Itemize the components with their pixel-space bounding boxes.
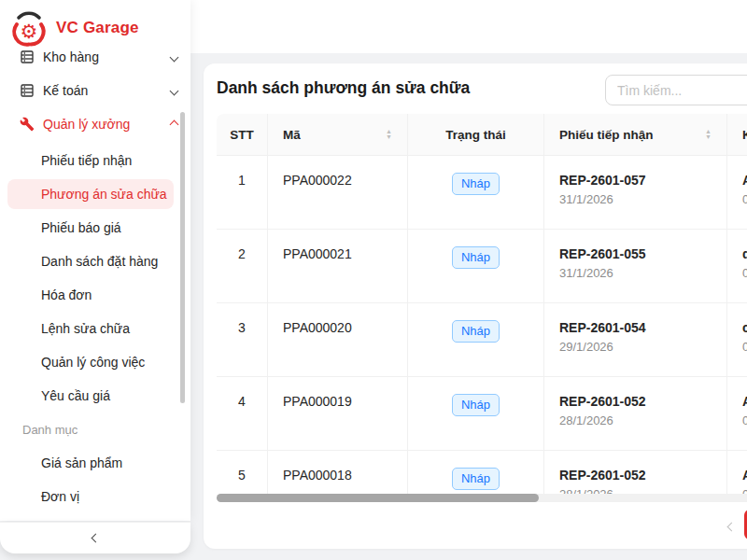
status-badge: Nháp xyxy=(452,468,500,490)
chevron-down-icon xyxy=(170,52,179,62)
sidebar-item-label: Lệnh sửa chữa xyxy=(41,321,130,336)
cell-stt: 4 xyxy=(217,377,268,450)
search-input[interactable] xyxy=(605,75,747,105)
sidebar-item-quan-ly-cong-viec[interactable]: Quản lý công việc xyxy=(0,345,190,379)
sidebar-item-phieu-bao-gia[interactable]: Phiếu báo giá xyxy=(0,211,190,245)
cell-status: Nháp xyxy=(408,230,544,302)
cell-stt: 2 xyxy=(217,230,268,302)
sidebar-item-yeu-cau-gia[interactable]: Yêu cầu giá xyxy=(0,379,190,413)
cell-status: Nháp xyxy=(408,377,544,450)
sidebar-item-label: Quản lý công việc xyxy=(41,355,145,370)
cell-customer: A0 xyxy=(727,156,747,229)
status-badge: Nháp xyxy=(452,394,500,416)
cell-customer: c0 xyxy=(727,303,747,376)
repair-plans-table: STT Mã ▲▼ Trạng thái Phiếu tiếp nhận ▲▼ … xyxy=(217,114,747,501)
sidebar-item-quan-ly-xuong[interactable]: Quản lý xưởng xyxy=(0,107,190,141)
sidebar-item-don-vi[interactable]: Đơn vị xyxy=(0,480,190,513)
status-badge: Nháp xyxy=(452,173,500,195)
brand-name: VC Garage xyxy=(56,19,139,37)
table-row[interactable]: 4 PPA000019 Nháp REP-2601-05228/1/2026 A… xyxy=(217,376,747,450)
sidebar-item-label: Phiếu tiếp nhận xyxy=(41,153,132,168)
cell-code: PPA000022 xyxy=(268,156,408,229)
inventory-stack-icon xyxy=(19,49,35,65)
sidebar-item-phieu-tiep-nhan[interactable]: Phiếu tiếp nhận xyxy=(0,144,190,177)
sidebar-item-label: Danh sách đặt hàng xyxy=(41,254,158,269)
column-header-khach-hang[interactable]: K xyxy=(727,114,747,155)
column-header-ma[interactable]: Mã ▲▼ xyxy=(268,114,408,155)
sidebar-item-label: Phiếu báo giá xyxy=(41,220,121,235)
horizontal-scrollbar-thumb[interactable] xyxy=(217,494,539,502)
sidebar-item-label: Hóa đơn xyxy=(41,287,92,302)
sidebar-item-gia-san-pham[interactable]: Giá sản phẩm xyxy=(0,446,190,480)
horizontal-scrollbar[interactable] xyxy=(217,494,747,502)
sidebar-item-ke-toan[interactable]: Kế toán xyxy=(0,74,190,107)
sidebar-item-label: Yêu cầu giá xyxy=(41,388,110,403)
column-header-phieu-tiep-nhan[interactable]: Phiếu tiếp nhận ▲▼ xyxy=(544,114,727,155)
cell-customer: A0 xyxy=(727,377,747,450)
chevron-down-icon xyxy=(170,86,179,95)
pagination-prev-button[interactable] xyxy=(720,515,742,538)
table-header-row: STT Mã ▲▼ Trạng thái Phiếu tiếp nhận ▲▼ … xyxy=(217,114,747,155)
table-row[interactable]: 3 PPA000020 Nháp REP-2601-05429/1/2026 c… xyxy=(217,302,747,376)
cell-receipt: REP-2601-05531/1/2026 xyxy=(544,230,727,302)
cell-receipt: REP-2601-05228/1/2026 xyxy=(544,377,727,450)
cell-code: PPA000020 xyxy=(268,303,408,376)
sidebar-item-label: Đơn vị xyxy=(41,489,79,504)
sort-icon[interactable]: ▲▼ xyxy=(705,129,712,140)
status-badge: Nháp xyxy=(452,246,500,269)
sidebar-item-label: Kho hàng xyxy=(43,49,171,64)
sidebar-item-label: Giá sản phẩm xyxy=(41,455,122,470)
sidebar-collapse-button[interactable] xyxy=(0,522,190,553)
sidebar-item-danh-sach-dat-hang[interactable]: Danh sách đặt hàng xyxy=(0,245,190,278)
chevron-left-icon xyxy=(91,534,100,543)
sidebar-item-lenh-sua-chua[interactable]: Lệnh sửa chữa xyxy=(0,312,190,345)
cell-receipt: REP-2601-05429/1/2026 xyxy=(544,303,727,376)
chevron-up-icon xyxy=(170,119,179,129)
sidebar-scrollbar[interactable] xyxy=(180,112,185,403)
table-row[interactable]: 1 PPA000022 Nháp REP-2601-05731/1/2026 A… xyxy=(217,155,747,229)
sidebar-item-kho-hang[interactable]: Kho hàng xyxy=(0,40,190,74)
sidebar-section-danh-muc: Danh mục xyxy=(0,413,190,446)
sidebar-item-label: Quản lý xưởng xyxy=(43,117,171,132)
cell-status: Nháp xyxy=(408,156,544,229)
cell-customer: d0 xyxy=(727,230,747,302)
sidebar: ⚙ VC Garage Kho hàng Kế toán Quản lý xưở… xyxy=(0,0,190,521)
cell-code: PPA000021 xyxy=(268,230,408,302)
repair-plans-card: Danh sách phương án sửa chữa STT Mã ▲▼ T… xyxy=(204,63,747,549)
sidebar-nav: Kho hàng Kế toán Quản lý xưởng Phiếu tiế… xyxy=(0,40,190,513)
table-row[interactable]: 2 PPA000021 Nháp REP-2601-05531/1/2026 d… xyxy=(217,229,747,302)
column-header-stt[interactable]: STT xyxy=(217,114,268,155)
chevron-left-icon xyxy=(726,522,736,531)
page-title: Danh sách phương án sửa chữa xyxy=(217,78,470,98)
sort-icon[interactable]: ▲▼ xyxy=(386,129,392,140)
cell-receipt: REP-2601-05731/1/2026 xyxy=(544,156,727,229)
cell-stt: 3 xyxy=(217,303,268,376)
status-badge: Nháp xyxy=(452,320,500,343)
wrench-icon xyxy=(19,117,35,133)
cell-status: Nháp xyxy=(408,303,544,376)
column-header-trang-thai[interactable]: Trạng thái xyxy=(408,114,544,155)
top-header-strip xyxy=(190,0,747,53)
svg-text:⚙: ⚙ xyxy=(21,21,38,42)
cell-stt: 1 xyxy=(217,156,268,229)
sidebar-item-label: Kế toán xyxy=(43,83,171,98)
sidebar-item-phuong-an-sua-chua[interactable]: Phương án sửa chữa xyxy=(0,177,190,211)
cell-code: PPA000019 xyxy=(268,377,408,450)
ledger-stack-icon xyxy=(19,83,35,99)
sidebar-item-hoa-don[interactable]: Hóa đơn xyxy=(0,278,190,312)
sidebar-item-label: Phương án sửa chữa xyxy=(41,187,167,202)
